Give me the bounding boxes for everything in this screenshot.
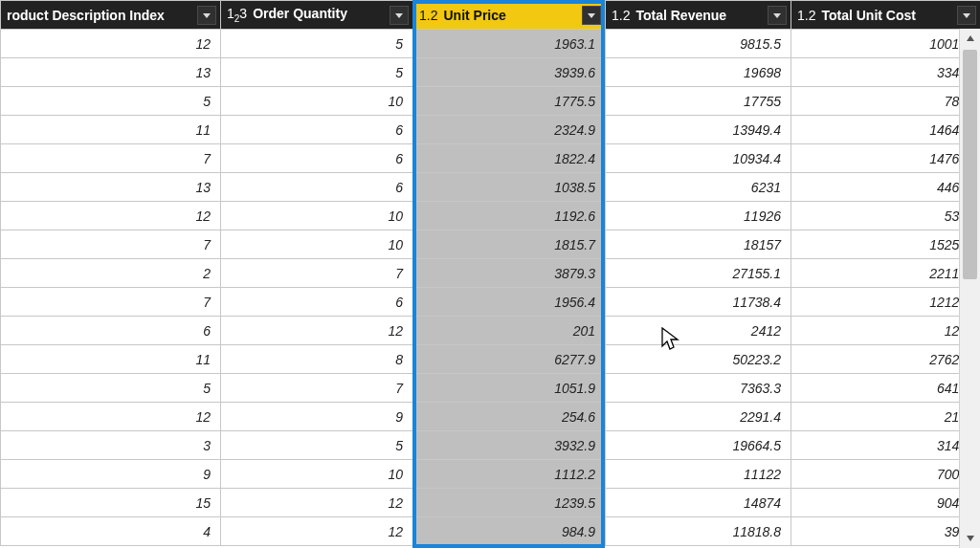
cell[interactable]: 2762.2 bbox=[791, 345, 981, 374]
cell[interactable]: 15 bbox=[1, 489, 221, 517]
table-row[interactable]: 1186277.950223.22762.2 bbox=[1, 345, 981, 374]
cell[interactable]: 5 bbox=[1, 87, 221, 116]
cell[interactable]: 9 bbox=[221, 403, 413, 431]
cell[interactable]: 1815.7 bbox=[413, 230, 606, 259]
cell[interactable]: 781. bbox=[791, 87, 981, 116]
cell[interactable]: 6 bbox=[221, 116, 413, 144]
cell[interactable]: 5 bbox=[1, 374, 221, 403]
cell[interactable]: 124. bbox=[791, 317, 981, 345]
cell[interactable]: 536. bbox=[791, 202, 981, 230]
column-filter-dropdown-icon[interactable] bbox=[197, 6, 216, 25]
table-row[interactable]: 1361038.56231446.5 bbox=[1, 173, 981, 202]
cell[interactable]: 7 bbox=[1, 288, 221, 317]
table-row[interactable]: 9101112.211122700.6 bbox=[1, 460, 981, 489]
cell[interactable]: 6 bbox=[1, 317, 221, 345]
cell[interactable]: 1239.5 bbox=[413, 489, 606, 517]
cell[interactable]: 393. bbox=[791, 517, 981, 546]
cell[interactable]: 10 bbox=[221, 87, 413, 116]
cell[interactable]: 1476.1 bbox=[791, 144, 981, 173]
cell[interactable]: 1001.1 bbox=[791, 30, 981, 58]
cell[interactable]: 7 bbox=[221, 374, 413, 403]
table-row[interactable]: 6122012412124. bbox=[1, 317, 981, 345]
cell[interactable]: 11 bbox=[1, 116, 221, 144]
cell[interactable]: 11 bbox=[1, 345, 221, 374]
cell[interactable]: 27155.1 bbox=[606, 259, 791, 288]
cell[interactable]: 1038.5 bbox=[413, 173, 606, 202]
cell[interactable]: 2 bbox=[1, 259, 221, 288]
cell[interactable]: 7 bbox=[1, 230, 221, 259]
table-row[interactable]: 273879.327155.12211.2 bbox=[1, 259, 981, 288]
cell[interactable]: 1212.9 bbox=[791, 288, 981, 317]
cell[interactable]: 2211.2 bbox=[791, 259, 981, 288]
cell[interactable]: 13949.4 bbox=[606, 116, 791, 144]
cell[interactable]: 446.5 bbox=[791, 173, 981, 202]
scrollbar-thumb[interactable] bbox=[963, 50, 977, 279]
cell[interactable]: 1192.6 bbox=[413, 202, 606, 230]
column-header-unit-price[interactable]: 1.2Unit Price bbox=[413, 1, 606, 30]
table-row[interactable]: 1162324.913949.41464.6 bbox=[1, 116, 981, 144]
cell[interactable]: 12 bbox=[221, 489, 413, 517]
cell[interactable]: 6 bbox=[221, 173, 413, 202]
cell[interactable]: 3879.3 bbox=[413, 259, 606, 288]
column-filter-dropdown-icon[interactable] bbox=[957, 6, 976, 25]
cell[interactable]: 1956.4 bbox=[413, 288, 606, 317]
table-row[interactable]: 5101775.517755781. bbox=[1, 87, 981, 116]
cell[interactable]: 1051.9 bbox=[413, 374, 606, 403]
column-header-order-quantity[interactable]: 123Order Quantity bbox=[221, 1, 413, 30]
column-header-total-revenue[interactable]: 1.2Total Revenue bbox=[606, 1, 791, 30]
vertical-scrollbar[interactable] bbox=[959, 29, 980, 548]
cell[interactable]: 10934.4 bbox=[606, 144, 791, 173]
cell[interactable]: 1112.2 bbox=[413, 460, 606, 489]
cell[interactable]: 201 bbox=[413, 317, 606, 345]
cell[interactable]: 3 bbox=[1, 431, 221, 460]
table-row[interactable]: 15121239.514874904.8 bbox=[1, 489, 981, 517]
cell[interactable]: 4 bbox=[1, 517, 221, 546]
cell[interactable]: 12 bbox=[1, 403, 221, 431]
cell[interactable]: 3348. bbox=[791, 58, 981, 87]
table-row[interactable]: 761822.410934.41476.1 bbox=[1, 144, 981, 173]
cell[interactable]: 1775.5 bbox=[413, 87, 606, 116]
table-row[interactable]: 1251963.19815.51001.1 bbox=[1, 30, 981, 58]
table-row[interactable]: 7101815.7181571525.1 bbox=[1, 230, 981, 259]
cell[interactable]: 641.6 bbox=[791, 374, 981, 403]
cell[interactable]: 216. bbox=[791, 403, 981, 431]
cell[interactable]: 6 bbox=[221, 288, 413, 317]
cell[interactable]: 7 bbox=[1, 144, 221, 173]
cell[interactable]: 700.6 bbox=[791, 460, 981, 489]
table-row[interactable]: 12101192.611926536. bbox=[1, 202, 981, 230]
cell[interactable]: 12 bbox=[221, 517, 413, 546]
cell[interactable]: 12 bbox=[1, 202, 221, 230]
cell[interactable]: 19698 bbox=[606, 58, 791, 87]
table-row[interactable]: 129254.62291.4216. bbox=[1, 403, 981, 431]
cell[interactable]: 254.6 bbox=[413, 403, 606, 431]
cell[interactable]: 18157 bbox=[606, 230, 791, 259]
table-row[interactable]: 1353939.6196983348. bbox=[1, 58, 981, 87]
column-header-total-unit-cost[interactable]: 1.2Total Unit Cost bbox=[791, 1, 981, 30]
cell[interactable]: 17755 bbox=[606, 87, 791, 116]
table-row[interactable]: 761956.411738.41212.9 bbox=[1, 288, 981, 317]
cell[interactable]: 2324.9 bbox=[413, 116, 606, 144]
cell[interactable]: 50223.2 bbox=[606, 345, 791, 374]
cell[interactable]: 6231 bbox=[606, 173, 791, 202]
data-grid[interactable]: roduct Description Index123Order Quantit… bbox=[0, 0, 980, 548]
cell[interactable]: 19664.5 bbox=[606, 431, 791, 460]
cell[interactable]: 1464.6 bbox=[791, 116, 981, 144]
cell[interactable]: 10 bbox=[221, 230, 413, 259]
cell[interactable]: 11926 bbox=[606, 202, 791, 230]
column-filter-dropdown-icon[interactable] bbox=[390, 6, 409, 25]
cell[interactable]: 5 bbox=[221, 30, 413, 58]
cell[interactable]: 6277.9 bbox=[413, 345, 606, 374]
table-row[interactable]: 571051.97363.3641.6 bbox=[1, 374, 981, 403]
cell[interactable]: 7363.3 bbox=[606, 374, 791, 403]
table-row[interactable]: 412984.911818.8393. bbox=[1, 517, 981, 546]
cell[interactable]: 13 bbox=[1, 173, 221, 202]
scroll-up-button[interactable] bbox=[960, 29, 980, 48]
cell[interactable]: 9815.5 bbox=[606, 30, 791, 58]
cell[interactable]: 3932.9 bbox=[413, 431, 606, 460]
cell[interactable]: 904.8 bbox=[791, 489, 981, 517]
cell[interactable]: 1525.1 bbox=[791, 230, 981, 259]
column-filter-dropdown-icon[interactable] bbox=[768, 6, 787, 25]
cell[interactable]: 984.9 bbox=[413, 517, 606, 546]
cell[interactable]: 3146. bbox=[791, 431, 981, 460]
cell[interactable]: 11818.8 bbox=[606, 517, 791, 546]
